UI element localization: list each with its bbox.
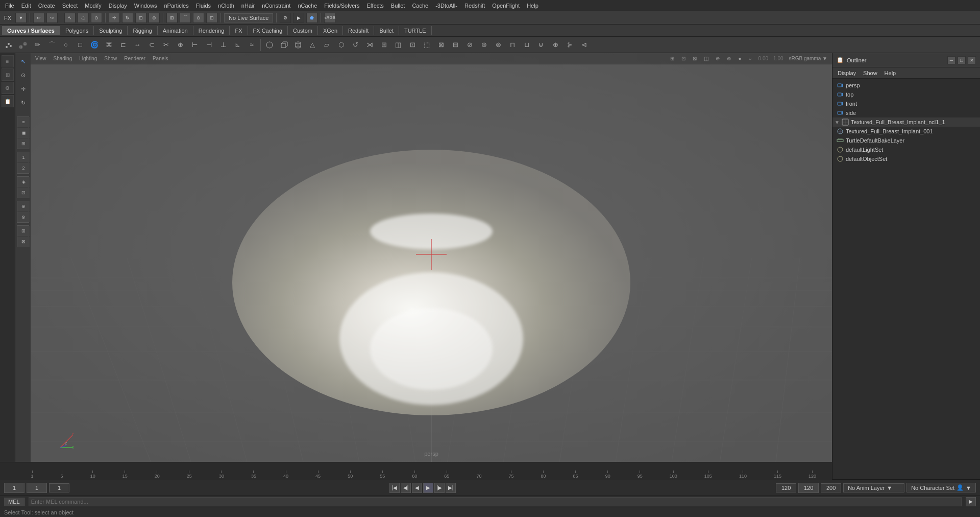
outliner-help-menu[interactable]: Help [881, 69, 899, 77]
menu-ncache[interactable]: nCache [295, 2, 320, 10]
cv-curve-tool-btn[interactable] [2, 38, 15, 52]
insert-iso-btn[interactable]: ⊕ [549, 38, 562, 52]
snap-point-btn[interactable]: ⊙ [193, 13, 204, 23]
menu-redshift[interactable]: Redshift [461, 2, 488, 10]
outliner-item-top[interactable]: top [832, 90, 980, 99]
play-forward-btn[interactable]: ▶ [423, 483, 433, 493]
res1-btn[interactable]: 1 [17, 152, 30, 162]
outliner-item-side[interactable]: side [832, 108, 980, 118]
stitch-btn[interactable]: ⊎ [534, 38, 548, 52]
menu-edit[interactable]: Edit [18, 2, 34, 10]
menu-fluids[interactable]: Fluids [193, 2, 214, 10]
tab-animation[interactable]: Animation [158, 26, 193, 35]
go-to-end-btn[interactable]: ▶| [446, 483, 456, 493]
attach-surf-btn[interactable]: ⊓ [506, 38, 519, 52]
birail-btn[interactable]: ⊡ [406, 38, 419, 52]
current-frame-input[interactable] [4, 483, 24, 493]
undo-btn[interactable]: ↩ [33, 13, 44, 23]
tab-xgen[interactable]: XGen [318, 26, 343, 35]
trim-btn[interactable]: ⊘ [463, 38, 476, 52]
plane-btn[interactable]: ▱ [320, 38, 333, 52]
color-mgmt-btn[interactable]: sRGB [324, 13, 335, 23]
ep-curve-tool-btn[interactable] [16, 38, 30, 52]
cylinder-btn[interactable] [291, 38, 305, 52]
wireframe-btn[interactable]: ≡ [17, 117, 30, 127]
extrude-btn[interactable]: ⊞ [377, 38, 390, 52]
fillet-curve-btn[interactable]: ⊾ [231, 38, 244, 52]
tab-sculpting[interactable]: Sculpting [94, 26, 128, 35]
cut-curve-btn[interactable]: ✂ [159, 38, 173, 52]
channel-box-btn[interactable]: ≡ [2, 55, 14, 67]
lasso-tool-btn[interactable]: ◌ [78, 13, 89, 23]
textured-btn[interactable]: ⊞ [17, 138, 30, 149]
detach-curve-btn[interactable]: ⊥ [216, 38, 230, 52]
render-btn[interactable]: ▶ [293, 13, 304, 23]
shaded-btn[interactable]: ◼ [17, 128, 30, 138]
play-back-btn[interactable]: ◀ [412, 483, 422, 493]
snap2-btn[interactable]: ⊗ [17, 212, 30, 222]
tab-polygons[interactable]: Polygons [60, 26, 94, 35]
select-mode-btn[interactable]: ↖ [17, 55, 29, 67]
menu-cache[interactable]: Cache [409, 2, 431, 10]
outliner-close-btn[interactable]: ✕ [968, 56, 976, 64]
menu-effects[interactable]: Effects [363, 2, 386, 10]
circle-btn[interactable]: ○ [59, 38, 72, 52]
outliner-minimize-btn[interactable]: ─ [947, 56, 955, 64]
sphere-btn[interactable] [263, 38, 276, 52]
move-tool-btn[interactable]: ✛ [109, 13, 120, 23]
snap-curve-btn[interactable]: ⌒ [180, 13, 191, 23]
render-settings-btn[interactable]: ⚙ [280, 13, 291, 23]
menu-display[interactable]: Display [106, 2, 130, 10]
menu-openflight[interactable]: OpenFlight [489, 2, 523, 10]
outliner-maximize-btn[interactable]: □ [958, 56, 966, 64]
extra2-btn[interactable]: ⊠ [17, 237, 30, 247]
tool-settings-btn[interactable]: ⚙ [2, 82, 14, 94]
menu-3dtall[interactable]: -3DtoAll- [432, 2, 460, 10]
tab-redshift[interactable]: Redshift [343, 26, 374, 35]
cone-btn[interactable]: △ [306, 38, 319, 52]
scale-tool-btn[interactable]: ⊡ [135, 13, 146, 23]
outliner-btn[interactable]: 📋 [2, 95, 14, 107]
command-submit-btn[interactable]: ▶ [966, 497, 976, 506]
tab-curves-surfaces[interactable]: Curves / Surfaces [2, 26, 60, 35]
menu-windows[interactable]: Windows [131, 2, 160, 10]
detach-surf-btn[interactable]: ⊔ [520, 38, 533, 52]
outliner-item-lightset[interactable]: defaultLightSet [832, 145, 980, 154]
tab-bullet[interactable]: Bullet [374, 26, 399, 35]
sub-frame-input[interactable] [27, 483, 47, 493]
attr-editor-btn[interactable]: ⊞ [2, 68, 14, 81]
attach-curve-btn[interactable]: ⊣ [202, 38, 215, 52]
rotate-tool-btn[interactable]: ↻ [122, 13, 133, 23]
menu-bullet[interactable]: Bullet [388, 2, 408, 10]
ipr-btn[interactable]: ⬟ [306, 13, 317, 23]
snap-grid-btn[interactable]: ⊞ [166, 13, 178, 23]
tab-rigging[interactable]: Rigging [128, 26, 157, 35]
curve-dup-btn[interactable]: ⌘ [102, 38, 115, 52]
loft-btn[interactable]: ⋊ [363, 38, 376, 52]
tab-custom[interactable]: Custom [288, 26, 318, 35]
outliner-item-mesh-child[interactable]: Textured_Full_Breast_Implant_001 [832, 127, 980, 136]
square-btn[interactable]: □ [74, 38, 87, 52]
move-mode-btn[interactable]: ✛ [17, 83, 29, 95]
open-close-btn[interactable]: ⊂ [145, 38, 158, 52]
cube-btn[interactable] [277, 38, 290, 52]
tab-turtle[interactable]: TURTLE [399, 26, 432, 35]
universal-manip-btn[interactable]: ⊕ [149, 13, 160, 23]
redo-btn[interactable]: ↪ [46, 13, 58, 23]
extend-curve-btn[interactable]: ⊢ [188, 38, 201, 52]
offset-curve-btn[interactable]: ⊏ [116, 38, 130, 52]
outliner-item-front[interactable]: front [832, 99, 980, 108]
insert-knot-btn[interactable]: ⊕ [174, 38, 187, 52]
planar-btn[interactable]: ◫ [391, 38, 405, 52]
menu-create[interactable]: Create [35, 2, 58, 10]
smooth-btn[interactable]: ≈ [245, 38, 258, 52]
outliner-item-turtle-layer[interactable]: TurtleDefaultBakeLayer [832, 136, 980, 145]
menu-help[interactable]: Help [524, 2, 542, 10]
menu-fields[interactable]: Fields/Solvers [321, 2, 362, 10]
paint-select-mode-btn[interactable]: ⊙ [17, 69, 29, 81]
3d-viewport[interactable]: View Shading Lighting Show Renderer Pane… [31, 53, 832, 462]
outliner-display-menu[interactable]: Display [835, 69, 859, 77]
paint-select-btn[interactable]: ⊙ [91, 13, 102, 23]
step-forward-btn[interactable]: |▶ [434, 483, 445, 493]
command-line-input[interactable] [29, 497, 962, 506]
